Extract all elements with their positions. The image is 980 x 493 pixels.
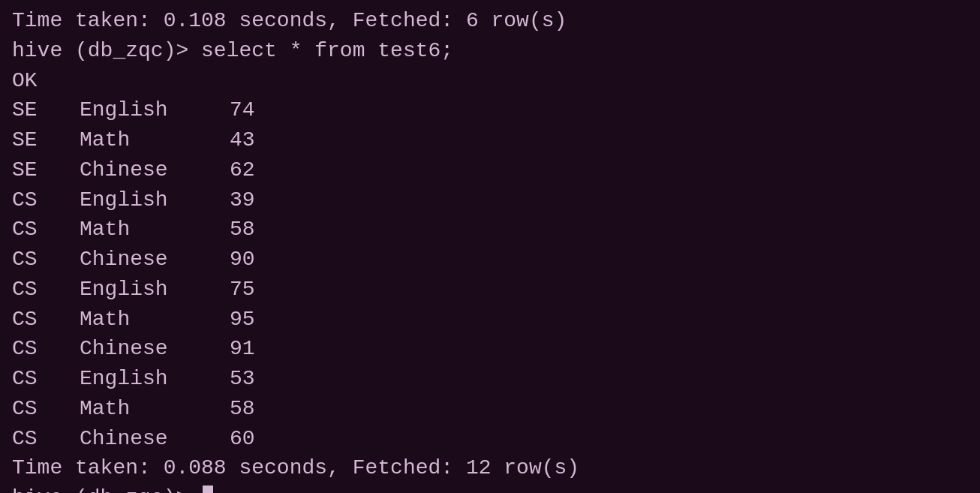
data-col3: 75 — [230, 275, 255, 305]
data-col1: CS — [12, 394, 80, 424]
data-col1: CS — [12, 275, 80, 305]
line-text: Time taken: 0.088 seconds, Fetched: 12 r… — [12, 453, 579, 483]
data-col2: Math — [80, 305, 230, 335]
data-col3: 95 — [230, 305, 255, 335]
data-col2: Chinese — [80, 245, 230, 275]
data-col3: 74 — [230, 95, 255, 125]
data-col1: CS — [12, 215, 80, 245]
data-col3: 90 — [230, 245, 255, 275]
terminal-line-prompt1: hive (db_zqc)> select * from test6; — [12, 36, 968, 66]
terminal-line-ok: OK — [12, 66, 968, 96]
data-col3: 39 — [230, 185, 255, 215]
data-col1: CS — [12, 364, 80, 394]
terminal-line-row9: CSChinese91 — [12, 334, 968, 364]
terminal-line-timing2: Time taken: 0.088 seconds, Fetched: 12 r… — [12, 453, 968, 483]
terminal-line-row8: CSMath95 — [12, 305, 968, 335]
data-col1: SE — [12, 125, 80, 155]
data-col2: English — [80, 275, 230, 305]
data-col3: 58 — [230, 394, 255, 424]
data-col1: SE — [12, 155, 80, 185]
data-col1: CS — [12, 185, 80, 215]
line-text: hive (db_zqc)> select * from test6; — [12, 36, 453, 66]
data-col2: Math — [80, 394, 230, 424]
terminal-line-timing1: Time taken: 0.108 seconds, Fetched: 6 ro… — [12, 6, 968, 36]
line-text: Time taken: 0.108 seconds, Fetched: 6 ro… — [12, 6, 567, 36]
terminal-line-row5: CSMath58 — [12, 215, 968, 245]
data-col1: SE — [12, 95, 80, 125]
terminal-line-row10: CSEnglish53 — [12, 364, 968, 394]
data-col1: CS — [12, 334, 80, 364]
terminal-line-row6: CSChinese90 — [12, 245, 968, 275]
data-col3: 53 — [230, 364, 255, 394]
data-col3: 60 — [230, 424, 255, 454]
data-col3: 91 — [230, 334, 255, 364]
data-col3: 43 — [230, 125, 255, 155]
data-col2: English — [80, 95, 230, 125]
terminal-cursor — [203, 485, 213, 493]
data-col2: English — [80, 185, 230, 215]
terminal-line-row11: CSMath58 — [12, 394, 968, 424]
data-col2: Chinese — [80, 424, 230, 454]
data-col3: 58 — [230, 215, 255, 245]
prompt-text: hive (db_zqc)> — [12, 483, 201, 493]
terminal-line-row1: SEEnglish74 — [12, 95, 968, 125]
terminal-line-prompt2: hive (db_zqc)> — [12, 483, 968, 493]
data-col2: English — [80, 364, 230, 394]
terminal-line-row2: SEMath43 — [12, 125, 968, 155]
terminal-line-row3: SEChinese62 — [12, 155, 968, 185]
data-col2: Math — [80, 125, 230, 155]
terminal-window[interactable]: Time taken: 0.108 seconds, Fetched: 6 ro… — [0, 0, 980, 493]
terminal-line-row4: CSEnglish39 — [12, 185, 968, 215]
data-col1: CS — [12, 245, 80, 275]
data-col1: CS — [12, 424, 80, 454]
data-col2: Chinese — [80, 155, 230, 185]
line-text: OK — [12, 66, 38, 96]
data-col3: 62 — [230, 155, 255, 185]
terminal-line-row7: CSEnglish75 — [12, 275, 968, 305]
data-col2: Chinese — [80, 334, 230, 364]
terminal-line-row12: CSChinese60 — [12, 424, 968, 454]
data-col2: Math — [80, 215, 230, 245]
data-col1: CS — [12, 305, 80, 335]
